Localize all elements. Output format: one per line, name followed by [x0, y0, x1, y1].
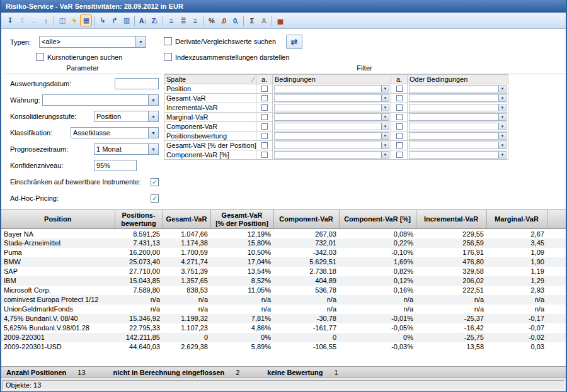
- param-combo-1[interactable]: ▼: [42, 94, 159, 106]
- param-input-0[interactable]: [115, 78, 159, 89]
- filter-and-checkbox[interactable]: [261, 86, 268, 92]
- dropdown-arrow-icon[interactable]: ▼: [148, 128, 158, 138]
- sort-descending-icon[interactable]: Z↓: [149, 14, 161, 26]
- dropdown-arrow-icon[interactable]: ▼: [381, 104, 389, 111]
- filter-condition-combo[interactable]: ▼: [274, 94, 389, 102]
- export-icon[interactable]: ↧: [4, 14, 16, 26]
- filter-and-checkbox[interactable]: [261, 123, 268, 130]
- filter-or-condition-combo[interactable]: ▼: [409, 123, 507, 130]
- new-window-icon[interactable]: ◫: [56, 14, 68, 26]
- fit-height-icon[interactable]: ↕: [40, 14, 52, 26]
- table-row[interactable]: cominvest Europa Protect 1/12n/an/an/an/…: [1, 295, 566, 305]
- table-row[interactable]: 2009-220301142.211,8500%00%-25,75-0,02: [1, 333, 566, 342]
- dropdown-arrow-icon[interactable]: ▼: [148, 95, 158, 105]
- dropdown-arrow-icon[interactable]: ▼: [381, 142, 389, 148]
- filter-condition-combo[interactable]: ▼: [274, 123, 389, 130]
- dropdown-arrow-icon[interactable]: ▼: [381, 123, 389, 130]
- dropdown-arrow-icon[interactable]: ▼: [381, 114, 389, 120]
- align-right-icon[interactable]: ≡: [189, 14, 201, 26]
- sort-ascending-icon[interactable]: A↓: [137, 14, 149, 26]
- filter-or-checkbox[interactable]: [396, 86, 403, 92]
- dropdown-arrow-icon[interactable]: ▼: [498, 104, 506, 111]
- table-row[interactable]: SAP27.710,003.751,3913,54%2.738,180,82%3…: [1, 267, 566, 276]
- typen-combo[interactable]: <alle> ▼: [39, 36, 146, 48]
- column-header[interactable]: Component-VaR: [273, 210, 339, 229]
- param-combo-3[interactable]: Assetklasse▼: [71, 127, 159, 138]
- filter-and-checkbox[interactable]: [261, 152, 268, 158]
- drill-up-icon[interactable]: ↱: [108, 14, 120, 26]
- filter-condition-combo[interactable]: ▼: [274, 151, 389, 159]
- refresh-data-icon[interactable]: ϟ: [68, 14, 80, 26]
- param-checkbox-6[interactable]: ✓: [151, 178, 159, 186]
- table-row[interactable]: BMW25.073,404.271,7417,04%5.629,511,69%4…: [1, 257, 566, 267]
- dropdown-arrow-icon[interactable]: ▼: [498, 152, 506, 158]
- remove-decimal-icon[interactable]: 0,: [229, 14, 241, 26]
- filter-and-checkbox[interactable]: [261, 142, 268, 148]
- dropdown-arrow-icon[interactable]: ▼: [135, 36, 146, 47]
- import-icon[interactable]: ↥: [16, 14, 28, 26]
- dropdown-arrow-icon[interactable]: ▼: [498, 95, 506, 101]
- filter-condition-combo[interactable]: ▼: [274, 85, 389, 92]
- filter-and-checkbox[interactable]: [261, 95, 268, 101]
- dropdown-arrow-icon[interactable]: ▼: [381, 86, 389, 92]
- filter-or-checkbox[interactable]: [396, 114, 403, 120]
- column-header[interactable]: Gesamt-VaR [% der Position]: [210, 210, 273, 229]
- table-row[interactable]: 2009-220301-USD44.640,032.629,385,89%-10…: [1, 342, 566, 352]
- filter-and-checkbox[interactable]: [261, 114, 268, 120]
- filter-and-checkbox[interactable]: [261, 133, 268, 139]
- dropdown-arrow-icon[interactable]: ▼: [381, 95, 389, 101]
- checkbox-box[interactable]: [164, 37, 172, 45]
- font-icon[interactable]: A: [258, 14, 270, 26]
- param-combo-4[interactable]: 1 Monat▼: [94, 143, 159, 155]
- column-header[interactable]: Positions- bewertung: [115, 210, 163, 229]
- filter-header-cell[interactable]: a.: [391, 75, 408, 84]
- dropdown-arrow-icon[interactable]: ▼: [498, 114, 506, 120]
- sum-icon[interactable]: Σ: [246, 14, 258, 26]
- checkbox-box[interactable]: [164, 53, 172, 61]
- column-header[interactable]: Incremental-VaR: [416, 210, 486, 229]
- table-row[interactable]: IBM15.043,851.357,658,52%404,890,12%206,…: [1, 276, 566, 286]
- filter-header-cell[interactable]: Oder Bedingungen: [408, 75, 508, 84]
- chart-icon[interactable]: ▅: [274, 14, 286, 26]
- dropdown-arrow-icon[interactable]: ▼: [381, 133, 389, 139]
- filter-or-condition-combo[interactable]: ▼: [409, 151, 507, 159]
- filter-or-condition-combo[interactable]: ▼: [409, 94, 507, 102]
- dropdown-arrow-icon[interactable]: ▼: [498, 86, 506, 92]
- dropdown-arrow-icon[interactable]: ▼: [148, 111, 158, 121]
- derivate-checkbox[interactable]: Derivate/Vergleichswerte suchen: [164, 37, 276, 45]
- param-checkbox-7[interactable]: ✓: [151, 194, 159, 203]
- fit-width-icon[interactable]: ↔: [28, 14, 40, 26]
- dropdown-arrow-icon[interactable]: ▼: [148, 144, 158, 154]
- table-row[interactable]: UnionGeldmarktFondsn/an/an/an/an/an/an/a: [1, 305, 566, 314]
- kursnotierungen-checkbox[interactable]: Kursnotierungen suchen: [36, 53, 122, 61]
- filter-header-cell[interactable]: a.: [256, 75, 273, 84]
- filter-or-checkbox[interactable]: [396, 95, 403, 101]
- column-header[interactable]: Marginal-VaR: [486, 210, 547, 229]
- dropdown-arrow-icon[interactable]: ▼: [498, 123, 506, 130]
- column-header[interactable]: Component-VaR [%]: [339, 210, 416, 229]
- filter-or-checkbox[interactable]: [396, 133, 403, 139]
- filter-condition-combo[interactable]: ▼: [274, 113, 389, 121]
- column-header[interactable]: Position: [1, 210, 115, 229]
- column-layout-icon[interactable]: ▥: [120, 14, 132, 26]
- filter-or-condition-combo[interactable]: ▼: [409, 142, 507, 149]
- column-header[interactable]: Gesamt-VaR: [163, 210, 210, 229]
- dropdown-arrow-icon[interactable]: ▼: [381, 152, 389, 158]
- param-combo-2[interactable]: Position▼: [94, 111, 159, 122]
- filter-condition-combo[interactable]: ▼: [274, 142, 389, 149]
- filter-or-condition-combo[interactable]: ▼: [409, 85, 507, 92]
- grid-settings-icon[interactable]: ▦: [80, 14, 92, 26]
- filter-or-checkbox[interactable]: [396, 104, 403, 111]
- table-row[interactable]: 4,75% Bundanl.V. 08/4015.346,921.198,327…: [1, 314, 566, 323]
- filter-or-condition-combo[interactable]: ▼: [409, 104, 507, 111]
- dropdown-arrow-icon[interactable]: ▼: [498, 142, 506, 148]
- table-row[interactable]: Microsoft Corp.7.589,80838,5311,05%536,7…: [1, 286, 566, 295]
- table-row[interactable]: Stada-Arzneimittel7.431,131.174,3815,80%…: [1, 238, 566, 248]
- filter-header-cell[interactable]: Bedingungen: [273, 75, 391, 84]
- filter-or-checkbox[interactable]: [396, 152, 403, 158]
- filter-or-checkbox[interactable]: [396, 123, 403, 130]
- index-checkbox[interactable]: Indexzusammenstellungen darstellen: [164, 53, 290, 61]
- filter-or-checkbox[interactable]: [396, 142, 403, 148]
- percent-format-icon[interactable]: %: [205, 14, 217, 26]
- align-center-icon[interactable]: ≣: [177, 14, 189, 26]
